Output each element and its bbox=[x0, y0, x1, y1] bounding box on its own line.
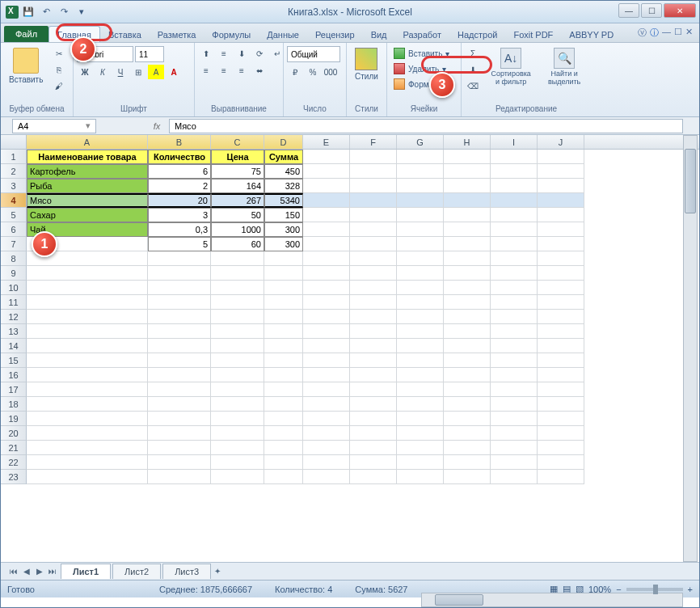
cell-E6[interactable] bbox=[303, 222, 350, 237]
cell-D16[interactable] bbox=[264, 368, 303, 382]
cell-H22[interactable] bbox=[444, 455, 491, 470]
cell-C19[interactable] bbox=[211, 412, 264, 426]
cell-E12[interactable] bbox=[303, 310, 350, 324]
cell-F9[interactable] bbox=[350, 266, 397, 281]
percent-icon[interactable]: % bbox=[305, 65, 321, 79]
cell-A18[interactable] bbox=[27, 397, 148, 412]
cell-C20[interactable] bbox=[211, 426, 264, 441]
vertical-scrollbar[interactable] bbox=[683, 135, 698, 562]
cell-A1[interactable]: Наименование товара bbox=[27, 150, 148, 164]
cell-D12[interactable] bbox=[264, 310, 303, 324]
cell-E3[interactable] bbox=[303, 179, 350, 193]
cell-G4[interactable] bbox=[397, 193, 444, 208]
cell-D6[interactable]: 300 bbox=[264, 222, 303, 237]
row-header-12[interactable]: 12 bbox=[1, 310, 27, 324]
cell-E22[interactable] bbox=[303, 455, 350, 470]
col-header-A[interactable]: A bbox=[27, 135, 148, 149]
cell-E21[interactable] bbox=[303, 441, 350, 455]
doc-restore-icon[interactable]: ☐ bbox=[674, 27, 682, 39]
save-icon[interactable]: 💾 bbox=[20, 4, 36, 20]
cell-I20[interactable] bbox=[491, 426, 538, 441]
cell-A2[interactable]: Картофель bbox=[27, 164, 148, 179]
cell-J2[interactable] bbox=[538, 164, 584, 179]
cell-D5[interactable]: 150 bbox=[264, 208, 303, 222]
cell-F20[interactable] bbox=[350, 426, 397, 441]
cell-A13[interactable] bbox=[27, 324, 148, 339]
cell-E11[interactable] bbox=[303, 295, 350, 310]
cell-I19[interactable] bbox=[491, 412, 538, 426]
align-left-icon[interactable]: ≡ bbox=[198, 63, 214, 78]
cell-E19[interactable] bbox=[303, 412, 350, 426]
cell-E7[interactable] bbox=[303, 237, 350, 251]
cell-E20[interactable] bbox=[303, 426, 350, 441]
tab-foxit[interactable]: Foxit PDF bbox=[505, 27, 561, 42]
sheet-tab-3[interactable]: Лист3 bbox=[162, 564, 211, 579]
find-select-button[interactable]: 🔍 Найти и выделить bbox=[541, 46, 588, 88]
row-header-8[interactable]: 8 bbox=[1, 251, 27, 266]
bold-icon[interactable]: Ж bbox=[77, 65, 93, 79]
cell-C1[interactable]: Цена bbox=[211, 150, 264, 164]
cell-F15[interactable] bbox=[350, 353, 397, 368]
col-header-G[interactable]: G bbox=[397, 135, 444, 149]
sheet-nav-last-icon[interactable]: ⏭ bbox=[46, 565, 59, 578]
cell-E14[interactable] bbox=[303, 339, 350, 353]
row-header-20[interactable]: 20 bbox=[1, 426, 27, 441]
select-all-corner[interactable] bbox=[1, 135, 27, 149]
cell-A17[interactable] bbox=[27, 382, 148, 397]
styles-button[interactable]: Стили bbox=[350, 46, 383, 82]
cell-I14[interactable] bbox=[491, 339, 538, 353]
wrap-text-icon[interactable]: ↵ bbox=[269, 46, 285, 61]
cell-J10[interactable] bbox=[538, 281, 584, 295]
number-format-select[interactable] bbox=[287, 46, 340, 62]
cell-C12[interactable] bbox=[211, 310, 264, 324]
cell-D1[interactable]: Сумма bbox=[264, 150, 303, 164]
cell-H10[interactable] bbox=[444, 281, 491, 295]
cell-B2[interactable]: 6 bbox=[148, 164, 211, 179]
currency-icon[interactable]: ₽ bbox=[287, 65, 303, 79]
cell-D23[interactable] bbox=[264, 470, 303, 484]
cell-B8[interactable] bbox=[148, 251, 211, 266]
cell-G13[interactable] bbox=[397, 324, 444, 339]
col-header-B[interactable]: B bbox=[148, 135, 211, 149]
cell-H7[interactable] bbox=[444, 237, 491, 251]
row-header-4[interactable]: 4 bbox=[1, 193, 27, 208]
tab-view[interactable]: Вид bbox=[363, 27, 395, 42]
cell-F12[interactable] bbox=[350, 310, 397, 324]
orientation-icon[interactable]: ⟳ bbox=[251, 46, 268, 61]
tab-layout[interactable]: Разметка bbox=[150, 27, 205, 42]
formula-bar[interactable] bbox=[169, 119, 683, 133]
row-header-13[interactable]: 13 bbox=[1, 324, 27, 339]
cell-F1[interactable] bbox=[350, 150, 397, 164]
cell-E1[interactable] bbox=[303, 150, 350, 164]
copy-icon[interactable]: ⎘ bbox=[51, 62, 67, 77]
cell-D13[interactable] bbox=[264, 324, 303, 339]
col-header-E[interactable]: E bbox=[303, 135, 350, 149]
cell-J4[interactable] bbox=[538, 193, 584, 208]
cell-E5[interactable] bbox=[303, 208, 350, 222]
sheet-nav-first-icon[interactable]: ⏮ bbox=[7, 565, 20, 578]
cell-D21[interactable] bbox=[264, 441, 303, 455]
cell-B13[interactable] bbox=[148, 324, 211, 339]
cell-C9[interactable] bbox=[211, 266, 264, 281]
cell-D8[interactable] bbox=[264, 251, 303, 266]
cell-H12[interactable] bbox=[444, 310, 491, 324]
cell-J11[interactable] bbox=[538, 295, 584, 310]
row-header-1[interactable]: 1 bbox=[1, 150, 27, 164]
cell-C18[interactable] bbox=[211, 397, 264, 412]
cell-D4[interactable]: 5340 bbox=[264, 193, 303, 208]
cell-H5[interactable] bbox=[444, 208, 491, 222]
cell-A5[interactable]: Сахар bbox=[27, 208, 148, 222]
cell-J13[interactable] bbox=[538, 324, 584, 339]
cell-I6[interactable] bbox=[491, 222, 538, 237]
cell-D17[interactable] bbox=[264, 382, 303, 397]
tab-addins[interactable]: Надстрой bbox=[449, 27, 505, 42]
cell-B17[interactable] bbox=[148, 382, 211, 397]
col-header-D[interactable]: D bbox=[264, 135, 303, 149]
cell-E8[interactable] bbox=[303, 251, 350, 266]
cell-F11[interactable] bbox=[350, 295, 397, 310]
cell-G22[interactable] bbox=[397, 455, 444, 470]
cell-F13[interactable] bbox=[350, 324, 397, 339]
cell-A11[interactable] bbox=[27, 295, 148, 310]
cell-E16[interactable] bbox=[303, 368, 350, 382]
cell-J17[interactable] bbox=[538, 382, 584, 397]
